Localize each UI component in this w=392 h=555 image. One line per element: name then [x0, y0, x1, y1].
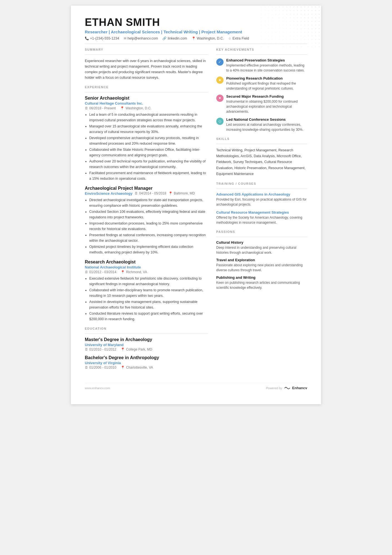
phone-icon: 📞: [85, 36, 89, 40]
achievement-3-icon: ♥: [216, 95, 224, 102]
course-1: Advanced GIS Applications in Archaeology…: [216, 192, 307, 207]
achievement-1-content: Enhanced Preservation Strategies Impleme…: [226, 58, 307, 73]
job-3-meta: 🗓 01/2012 - 03/2014 📍 Richmond, VA: [85, 270, 208, 274]
calendar-icon: 🗓: [85, 270, 88, 274]
job-1-date: 🗓 06/2018 - Present: [85, 106, 116, 110]
achievement-3-desc: Instrumental in obtaining $200,000 for c…: [226, 99, 307, 114]
location-icon: 📍: [192, 36, 196, 40]
footer-brand: Powered by Enhancv: [266, 386, 307, 390]
job-3: Research Archaeologist National Archaeol…: [85, 260, 208, 322]
footer: www.enhancv.com Powered by Enhancv: [85, 383, 307, 390]
summary-divider: [85, 55, 208, 55]
edu-2-location: 📍 Charlottesville, VA: [121, 366, 153, 369]
edu-2-school: University of Virginia: [85, 361, 208, 365]
achievement-1-desc: Implemented effective preservation metho…: [226, 63, 307, 73]
achievement-1-title: Enhanced Preservation Strategies: [226, 58, 307, 62]
training-divider: [216, 189, 307, 189]
contact-row: 📞 +1-(234)-555-1234 ✉ help@enhancv.com 🔗…: [85, 36, 307, 40]
job-2-company: EnviroScience Archaeology: [85, 191, 132, 196]
passion-1-title: Cultural History: [216, 240, 307, 245]
calendar-icon: 🗓: [85, 366, 88, 369]
edu-2-degree: Bachelor's Degree in Anthropology: [85, 355, 208, 360]
achievement-2-desc: Published significant findings that resh…: [226, 81, 307, 91]
edu-2-date: 🗓 01/2006 - 01/2010: [85, 366, 116, 369]
skills-text: Technical Writing, Project Management, R…: [216, 147, 307, 177]
summary-label: SUMMARY: [85, 48, 208, 51]
training-label: TRAINING / COURSES: [216, 182, 307, 185]
achievement-4-title: Led National Conference Sessions: [226, 117, 307, 122]
contact-email: ✉ help@enhancv.com: [124, 36, 158, 40]
job-2-location: 📍 Baltimore, MD: [168, 191, 195, 195]
job-2-bullets: Directed archaeological investigations f…: [85, 197, 208, 255]
powered-by-text: Powered by: [266, 386, 282, 390]
bullet-item: Executed extensive fieldwork for prehist…: [89, 276, 208, 287]
bullet-item: Collaborated with inter-disciplinary tea…: [89, 287, 208, 299]
job-3-location: 📍 Richmond, VA: [121, 270, 147, 274]
education-divider: [85, 334, 208, 334]
achievement-4-desc: Led sessions at national archaeology con…: [226, 122, 307, 132]
contact-location: 📍 Washington, D.C.: [192, 36, 224, 40]
job-3-bullets: Executed extensive fieldwork for prehist…: [85, 276, 208, 322]
achievement-2-icon: ★: [216, 77, 224, 84]
achievements-list: ✓ Enhanced Preservation Strategies Imple…: [216, 58, 307, 132]
passion-2-title: Travel and Exploration: [216, 258, 307, 262]
achievement-2-content: Pioneering Research Publication Publishe…: [226, 76, 307, 91]
calendar-icon: 🗓: [135, 191, 138, 195]
edu-1-degree: Master's Degree in Archaeology: [85, 337, 208, 342]
main-columns: SUMMARY Experienced researcher with over…: [85, 48, 307, 374]
bullet-item: Led a team of 5 in conducting archaeolog…: [89, 112, 208, 123]
passion-1: Cultural History Deep interest in unders…: [216, 240, 307, 255]
achievement-1: ✓ Enhanced Preservation Strategies Imple…: [216, 58, 307, 73]
edu-2: Bachelor's Degree in Anthropology Univer…: [85, 355, 208, 369]
bullet-item: Presented findings at national conferenc…: [89, 232, 208, 243]
footer-website: www.enhancv.com: [85, 386, 110, 390]
bullet-item: Conducted Section 106 evaluations, effec…: [89, 209, 208, 220]
job-1: Senior Archaeologist Cultural Heritage C…: [85, 96, 208, 181]
passion-2-desc: Passionate about exploring new places an…: [216, 263, 307, 273]
job-2: Archaeological Project Manager EnviroSci…: [85, 186, 208, 255]
passions-divider: [216, 237, 307, 237]
experience-section: EXPERIENCE Senior Archaeologist Cultural…: [85, 85, 208, 322]
skills-label: SKILLS: [216, 137, 307, 140]
passion-1-desc: Deep interest in understanding and prese…: [216, 245, 307, 255]
bullet-item: Developed comprehensive archaeological s…: [89, 135, 208, 146]
achievements-divider: [216, 55, 307, 55]
pin-icon: 📍: [121, 366, 125, 369]
education-label: EDUCATION: [85, 327, 208, 330]
candidate-subtitle: Researcher | Archaeological Sciences | T…: [85, 29, 307, 34]
bullet-item: Facilitated procurement and maintenance …: [89, 170, 208, 181]
edu-1-meta: 🗓 01/2010 - 01/2012 📍 College Park, MD: [85, 347, 208, 351]
achievements-section: KEY ACHIEVEMENTS ✓ Enhanced Preservation…: [216, 48, 307, 132]
star-icon: ☆: [228, 36, 231, 40]
education-section: EDUCATION Master's Degree in Archaeology…: [85, 327, 208, 369]
pin-icon: 📍: [121, 347, 125, 351]
edu-1: Master's Degree in Archaeology Universit…: [85, 337, 208, 351]
edu-2-meta: 🗓 01/2006 - 01/2010 📍 Charlottesville, V…: [85, 366, 208, 369]
passion-3-desc: Keen on publishing research articles and…: [216, 280, 307, 290]
right-column: KEY ACHIEVEMENTS ✓ Enhanced Preservation…: [216, 48, 307, 374]
course-1-title: Advanced GIS Applications in Archaeology: [216, 192, 307, 196]
contact-phone: 📞 +1-(234)-555-1234: [85, 36, 119, 40]
pin-icon: 📍: [168, 191, 173, 195]
job-3-date: 🗓 01/2012 - 03/2014: [85, 270, 116, 274]
job-3-title: Research Archaeologist: [85, 260, 208, 265]
achievement-4-icon: ◇: [216, 118, 224, 125]
passion-2: Travel and Exploration Passionate about …: [216, 258, 307, 273]
job-2-meta: EnviroScience Archaeology 🗓 04/2014 - 05…: [85, 191, 208, 196]
bullet-item: Managed over 15 archaeological site eval…: [89, 124, 208, 135]
brand-name: Enhancv: [292, 386, 307, 390]
skills-divider: [216, 144, 307, 144]
course-2: Cultural Resource Management Strategies …: [216, 210, 307, 225]
resume-page: ETHAN SMITH Researcher | Archaeological …: [71, 6, 321, 404]
passions-section: PASSIONS Cultural History Deep interest …: [216, 230, 307, 290]
job-1-meta: 🗓 06/2018 - Present 📍 Washington, D.C.: [85, 106, 208, 110]
left-column: SUMMARY Experienced researcher with over…: [85, 48, 208, 374]
header-divider: [85, 44, 307, 44]
passions-label: PASSIONS: [216, 230, 307, 233]
calendar-icon: 🗓: [85, 106, 88, 110]
experience-label: EXPERIENCE: [85, 85, 208, 89]
bullet-item: Collaborated with the State Historic Pre…: [89, 147, 208, 158]
bullet-item: Authored over 20 technical reports for p…: [89, 159, 208, 170]
edu-1-school: University of Maryland: [85, 343, 208, 347]
summary-text: Experienced researcher with over 6 years…: [85, 58, 208, 80]
